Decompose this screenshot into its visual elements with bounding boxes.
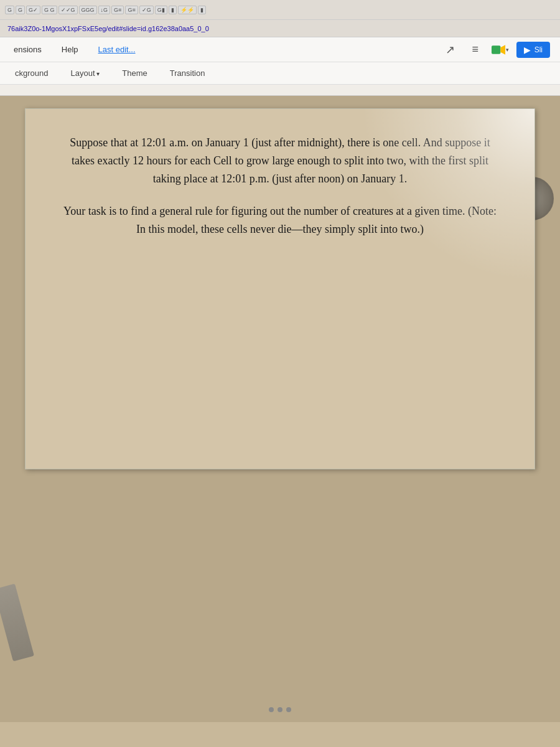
pagination-dot-2[interactable] — [278, 707, 282, 712]
tab-icon-9[interactable]: G≡ — [125, 6, 138, 14]
tab-icon-5[interactable]: ✓✓G — [58, 6, 78, 14]
slide-container[interactable]: Suppose that at 12:01 a.m. on January 1 … — [25, 108, 535, 469]
ruler — [0, 85, 560, 96]
toolbar-theme[interactable]: Theme — [117, 66, 152, 80]
slide-paragraph-1: Suppose that at 12:01 a.m. on January 1 … — [63, 134, 497, 187]
tab-icon-12[interactable]: ▮ — [169, 6, 177, 14]
toolbar-layout[interactable]: Layout — [65, 66, 105, 80]
url-text: 76aik3Z0o-1MgosX1xpFSxE5eg/edit#slide=id… — [7, 25, 209, 32]
slide-paragraph-2: Your task is to find a general rule for … — [63, 202, 497, 238]
toolbar-background[interactable]: ckground — [10, 66, 53, 80]
tab-icon-4[interactable]: G G — [42, 6, 57, 14]
comments-icon[interactable]: ≡ — [467, 41, 484, 59]
paragraph-1-text: Suppose that at 12:01 a.m. on January 1 … — [63, 134, 497, 187]
url-bar[interactable]: 76aik3Z0o-1MgosX1xpFSxE5eg/edit#slide=id… — [0, 20, 560, 37]
menu-last-edit[interactable]: Last edit... — [95, 42, 139, 57]
menu-extensions[interactable]: ensions — [10, 42, 45, 57]
tab-icon-11[interactable]: G▮ — [155, 6, 167, 14]
ruler-marks — [0, 85, 560, 95]
tab-icon-7[interactable]: ↓G — [98, 6, 111, 14]
tab-icon-13[interactable]: ⚡⚡ — [178, 6, 197, 14]
tab-icon-3[interactable]: G✓ — [26, 6, 40, 14]
svg-marker-1 — [500, 45, 505, 54]
toolbar-transition[interactable]: Transition — [165, 66, 210, 80]
pagination-dot-1[interactable] — [269, 707, 274, 712]
presentation-menu-bar: ensions Help Last edit... ↗ ≡ ▾ ▶ Sli — [0, 37, 560, 62]
tab-icon-14[interactable]: ▮ — [198, 6, 206, 14]
pagination-dot-3[interactable] — [286, 707, 291, 712]
pencil-object — [0, 584, 34, 662]
svg-rect-0 — [492, 45, 500, 54]
pagination-dots — [0, 697, 560, 722]
slide-area: Suppose that at 12:01 a.m. on January 1 … — [0, 96, 560, 722]
paragraph-2-text: Your task is to find a general rule for … — [63, 202, 497, 238]
slideshow-label: Sli — [534, 45, 543, 54]
tab-icon-10[interactable]: ✓G — [139, 6, 154, 14]
tab-icon-2[interactable]: G — [16, 6, 25, 14]
slide-option-toolbar: ckground Layout Theme Transition — [0, 62, 560, 85]
slideshow-button[interactable]: ▶ Sli — [516, 42, 550, 58]
trending-icon[interactable]: ↗ — [442, 41, 459, 59]
menu-help[interactable]: Help — [58, 42, 82, 57]
tab-icon-8[interactable]: G≡ — [111, 6, 124, 14]
tab-icon-6[interactable]: GGG — [79, 6, 97, 14]
browser-tab-bar: G G G✓ G G ✓✓G GGG ↓G G≡ G≡ ✓G G▮ ▮ ⚡⚡ ▮ — [0, 0, 560, 20]
tab-icon-1[interactable]: G — [5, 6, 14, 14]
tab-icons-container: G G G✓ G G ✓✓G GGG ↓G G≡ G≡ ✓G G▮ ▮ ⚡⚡ ▮ — [5, 6, 206, 14]
video-icon[interactable]: ▾ — [492, 41, 509, 59]
header-right-controls: ↗ ≡ ▾ ▶ Sli — [442, 41, 550, 59]
slide-content: Suppose that at 12:01 a.m. on January 1 … — [63, 134, 497, 238]
